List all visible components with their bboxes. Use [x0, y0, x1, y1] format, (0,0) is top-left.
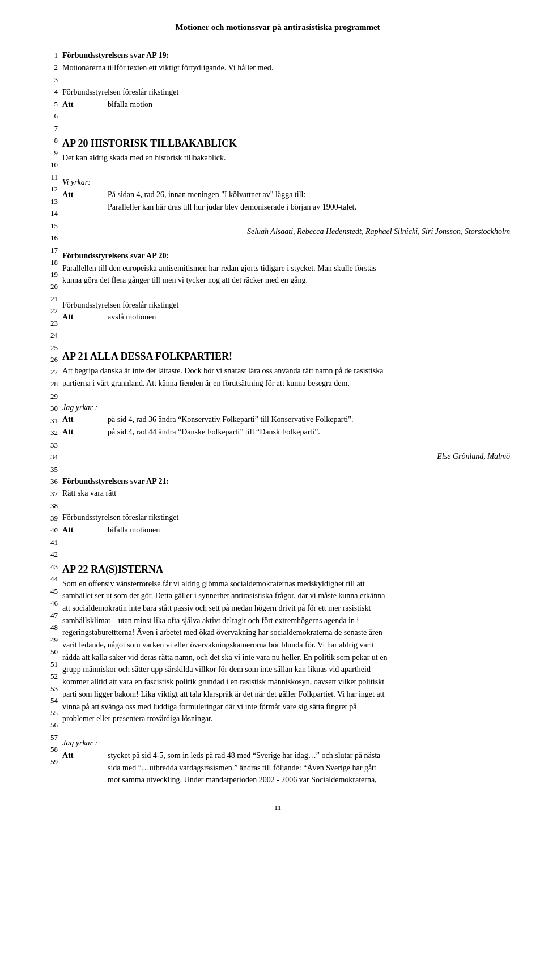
- line-num-44: 44: [45, 573, 58, 586]
- line-content-25: AP 21 ALLA DESSA FOLKPARTIER!: [62, 348, 510, 365]
- line-content-32: [62, 438, 510, 451]
- line-num-21: 21: [45, 293, 58, 305]
- line-content-44: samhället ser ut som det gör. Detta gäll…: [62, 590, 510, 602]
- line-content-7: [62, 123, 510, 135]
- line-num-14: 14: [45, 208, 58, 220]
- line-content-15: Seluah Alsaati, Rebecca Hedenstedt, Raph…: [62, 225, 510, 238]
- line-num-7: 7: [45, 122, 58, 135]
- line-num-8: 8: [45, 135, 58, 147]
- line-content-12: AttPå sidan 4, rad 26, innan meningen "I…: [62, 189, 510, 201]
- line-num-1: 1: [45, 49, 58, 62]
- line-num-24: 24: [45, 330, 58, 342]
- line-num-11: 11: [45, 171, 58, 184]
- line-content-49: rädda att kalla saker vid deras rätta na…: [62, 651, 510, 664]
- line-num-16: 16: [45, 232, 58, 245]
- line-num-3: 3: [45, 74, 58, 86]
- line-num-35: 35: [45, 463, 58, 476]
- line-content-2: Motionärerna tillför texten ett viktigt …: [62, 62, 510, 74]
- line-num-15: 15: [45, 220, 58, 232]
- line-num-52: 52: [45, 671, 58, 683]
- line-content-18: Parallellen till den europeiska antisemi…: [62, 262, 510, 275]
- page-number: 11: [45, 803, 510, 812]
- line-num-10: 10: [45, 159, 58, 172]
- line-content-20: [62, 287, 510, 299]
- line-num-9: 9: [45, 147, 58, 159]
- line-num-33: 33: [45, 439, 58, 451]
- line-num-53: 53: [45, 683, 58, 695]
- line-content-13: Paralleller kan här dras till hur judar …: [62, 201, 510, 214]
- line-num-30: 30: [45, 403, 58, 415]
- line-content-39: Attbifalla motionen: [62, 524, 510, 536]
- line-num-5: 5: [45, 98, 58, 110]
- line-num-25: 25: [45, 342, 58, 354]
- line-content-6: [62, 110, 510, 123]
- line-content-45: att socialdemokratin inte bara stått pas…: [62, 602, 510, 615]
- line-num-12: 12: [45, 184, 58, 196]
- line-num-46: 46: [45, 598, 58, 610]
- line-num-40: 40: [45, 525, 58, 537]
- line-num-18: 18: [45, 257, 58, 269]
- line-num-27: 27: [45, 366, 58, 378]
- line-num-20: 20: [45, 281, 58, 293]
- line-content-48: varit ledande, något som varken vi eller…: [62, 639, 510, 651]
- line-content-28: [62, 389, 510, 402]
- line-num-45: 45: [45, 585, 58, 598]
- line-content-24: [62, 336, 510, 348]
- line-num-22: 22: [45, 305, 58, 318]
- line-content-51: kommer alltid att vara en fascistisk pol…: [62, 676, 510, 688]
- line-content-34: [62, 463, 510, 475]
- line-content-19: kunna göra det flera gånger till men vi …: [62, 274, 510, 287]
- line-num-23: 23: [45, 317, 58, 330]
- line-content-14: [62, 213, 510, 225]
- line-num-2: 2: [45, 62, 58, 74]
- line-num-54: 54: [45, 695, 58, 708]
- line-content-27: partierna i vårt grannland. Att känna fi…: [62, 377, 510, 390]
- line-num-13: 13: [45, 195, 58, 208]
- line-num-49: 49: [45, 634, 58, 646]
- line-content-4: Förbundsstyrelsen föreslår rikstinget: [62, 86, 510, 99]
- line-num-59: 59: [45, 756, 58, 768]
- line-num-51: 51: [45, 658, 58, 671]
- line-content-36: Rätt ska vara rätt: [62, 487, 510, 500]
- line-content-50: grupp människor och sätter upp särskilda…: [62, 663, 510, 676]
- line-content-8: AP 20 HISTORISK TILLBAKABLICK: [62, 135, 510, 152]
- line-num-58: 58: [45, 744, 58, 756]
- line-num-32: 32: [45, 427, 58, 440]
- line-content-11: Vi yrkar:: [62, 176, 510, 189]
- line-num-55: 55: [45, 707, 58, 719]
- line-num-37: 37: [45, 488, 58, 500]
- line-content-54: problemet eller presentera trovärdiga lö…: [62, 713, 510, 725]
- line-num-29: 29: [45, 390, 58, 403]
- line-content-55: [62, 725, 510, 738]
- line-content-5: Attbifalla motion: [62, 99, 510, 111]
- line-num-43: 43: [45, 561, 58, 573]
- line-num-39: 39: [45, 512, 58, 525]
- line-num-17: 17: [45, 244, 58, 257]
- line-content-43: Som en offensiv vänsterrörelse får vi al…: [62, 578, 510, 590]
- line-content-33: Else Grönlund, Malmö: [62, 450, 510, 463]
- line-content-35: Förbundsstyrelsens svar AP 21:: [62, 475, 510, 488]
- line-content-21: Förbundsstyrelsen föreslår rikstinget: [62, 299, 510, 312]
- line-num-41: 41: [45, 536, 58, 549]
- line-content-26: Att begripa danska är inte det lättaste.…: [62, 365, 510, 377]
- line-num-38: 38: [45, 500, 58, 513]
- line-content-23: [62, 323, 510, 336]
- line-num-48: 48: [45, 622, 58, 634]
- line-numbers: 1234567891011121314151617181920212223242…: [45, 49, 62, 786]
- line-content-58: sida med “…utbredda vardagsrasismen.” än…: [62, 762, 510, 774]
- line-content-31: Attpå sid 4, rad 44 ändra “Danske Folkep…: [62, 426, 510, 438]
- line-num-56: 56: [45, 719, 58, 732]
- line-content-30: Attpå sid 4, rad 36 ändra “Konservativ F…: [62, 414, 510, 426]
- line-num-34: 34: [45, 451, 58, 464]
- line-num-4: 4: [45, 86, 58, 99]
- page-header: Motioner och motionssvar på antirasistis…: [45, 23, 510, 32]
- line-content-57: Attstycket på sid 4-5, som in leds på ra…: [62, 749, 510, 762]
- line-content-22: Attavslå motionen: [62, 311, 510, 323]
- line-num-28: 28: [45, 378, 58, 391]
- line-content-17: Förbundsstyrelsens svar AP 20:: [62, 250, 510, 262]
- line-num-19: 19: [45, 269, 58, 281]
- line-num-50: 50: [45, 646, 58, 659]
- line-num-36: 36: [45, 476, 58, 488]
- line-num-26: 26: [45, 354, 58, 367]
- line-content-38: Förbundsstyrelsen föreslår rikstinget: [62, 512, 510, 524]
